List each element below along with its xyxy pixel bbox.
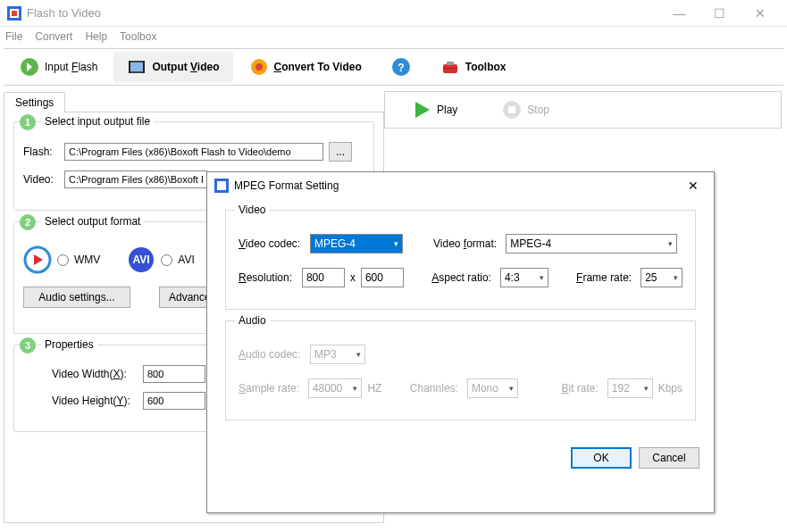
video-label: Video: — [23, 173, 59, 186]
group-title-1: Select input output file — [41, 115, 154, 128]
svg-rect-19 — [508, 106, 515, 113]
cancel-button[interactable]: Cancel — [639, 447, 699, 469]
svg-rect-7 — [143, 61, 145, 73]
video-legend: Video — [235, 204, 269, 216]
hz-label: HZ — [367, 382, 381, 395]
audio-fieldset: Audio Audio codec: MP3▾ Sample rate: 480… — [225, 320, 696, 420]
ok-button[interactable]: OK — [571, 447, 632, 469]
step-badge-3: 3 — [20, 337, 36, 353]
wmv-label: WMV — [74, 254, 100, 266]
audio-legend: Audio — [235, 314, 270, 327]
svg-rect-13 — [447, 62, 454, 65]
frame-rate-combo[interactable]: 25▾ — [640, 268, 682, 287]
stop-icon — [502, 100, 522, 120]
channels-combo: Mono▾ — [467, 378, 518, 398]
dialog-title: MPEG Format Setting — [234, 179, 680, 192]
video-path-input[interactable] — [64, 170, 207, 188]
avi-radio[interactable] — [161, 254, 172, 266]
menubar: File Convert Help Toolbox — [0, 27, 787, 46]
maximize-button[interactable]: ☐ — [699, 1, 740, 26]
svg-rect-5 — [130, 62, 143, 71]
dialog-close-button[interactable]: ✕ — [680, 179, 707, 193]
main-toolbar: Input Flash Output Video Convert To Vide… — [4, 48, 783, 86]
wmv-radio[interactable] — [57, 254, 69, 266]
dialog-icon — [214, 179, 229, 193]
menu-convert[interactable]: Convert — [35, 30, 72, 43]
mpeg-format-dialog: MPEG Format Setting ✕ Video Video codec:… — [206, 171, 715, 513]
window-titlebar: Flash to Video — ☐ ✕ — [0, 0, 787, 27]
video-format-combo[interactable]: MPEG-4▾ — [506, 234, 677, 254]
tab-row: Settings — [4, 91, 384, 112]
play-button[interactable]: Play — [412, 100, 457, 120]
svg-rect-14 — [443, 68, 457, 69]
window-title: Flash to Video — [27, 6, 659, 20]
bitrate-combo: 192▾ — [607, 378, 653, 398]
menu-file[interactable]: File — [5, 30, 22, 43]
input-flash-button[interactable]: Input Flash — [6, 52, 111, 82]
svg-text:AVI: AVI — [133, 254, 150, 266]
channels-label: Channles: — [410, 382, 458, 395]
sample-rate-combo: 48000▾ — [308, 378, 363, 398]
playback-area: Play Stop — [384, 91, 782, 129]
resolution-width-input[interactable] — [302, 268, 345, 287]
avi-icon: AVI — [127, 245, 155, 274]
stop-button[interactable]: Stop — [502, 100, 549, 120]
input-flash-icon — [20, 57, 39, 77]
flash-label: Flash: — [23, 145, 59, 158]
video-fieldset: Video Video codec: MPEG-4▾ Video format:… — [225, 210, 696, 310]
toolbox-label: Toolbox — [465, 61, 507, 73]
toolbox-icon — [440, 57, 460, 77]
resolution-height-input[interactable] — [361, 268, 404, 287]
flash-path-input[interactable] — [64, 143, 323, 161]
close-button[interactable]: ✕ — [740, 1, 780, 26]
toolbox-button[interactable]: Toolbox — [427, 52, 520, 82]
group-title-3: Properties — [41, 338, 97, 351]
dialog-titlebar: MPEG Format Setting ✕ — [207, 172, 714, 199]
output-video-icon — [127, 57, 147, 77]
audio-codec-combo: MP3▾ — [310, 345, 365, 364]
play-icon — [412, 100, 431, 120]
group-title-2: Select output format — [41, 215, 144, 228]
resolution-x: x — [350, 271, 356, 284]
app-icon — [7, 6, 21, 21]
svg-rect-21 — [217, 181, 226, 190]
video-codec-combo[interactable]: MPEG-4▾ — [310, 234, 403, 254]
video-height-input[interactable] — [143, 392, 205, 410]
svg-text:?: ? — [398, 62, 404, 74]
tab-settings[interactable]: Settings — [4, 92, 65, 112]
avi-label: AVI — [178, 254, 194, 266]
kbps-label: Kbps — [658, 382, 682, 395]
step-badge-2: 2 — [20, 214, 36, 230]
flash-browse-button[interactable]: ... — [329, 142, 352, 162]
minimize-button[interactable]: — — [659, 1, 699, 26]
output-video-button[interactable]: Output Video — [113, 52, 232, 82]
wmv-icon — [23, 245, 52, 274]
audio-settings-button[interactable]: Audio settings... — [23, 287, 130, 308]
menu-toolbox[interactable]: Toolbox — [120, 30, 156, 43]
svg-rect-6 — [129, 61, 130, 73]
convert-to-video-button[interactable]: Convert To Video — [236, 52, 375, 82]
aspect-ratio-combo[interactable]: 4:3▾ — [500, 268, 548, 287]
help-icon: ? — [391, 57, 411, 77]
step-badge-1: 1 — [20, 114, 36, 130]
video-width-input[interactable] — [143, 365, 205, 383]
menu-help[interactable]: Help — [85, 30, 107, 43]
convert-icon — [249, 57, 269, 77]
help-icon-button[interactable]: ? — [378, 52, 424, 82]
svg-point-9 — [255, 63, 263, 71]
svg-rect-2 — [12, 11, 17, 16]
